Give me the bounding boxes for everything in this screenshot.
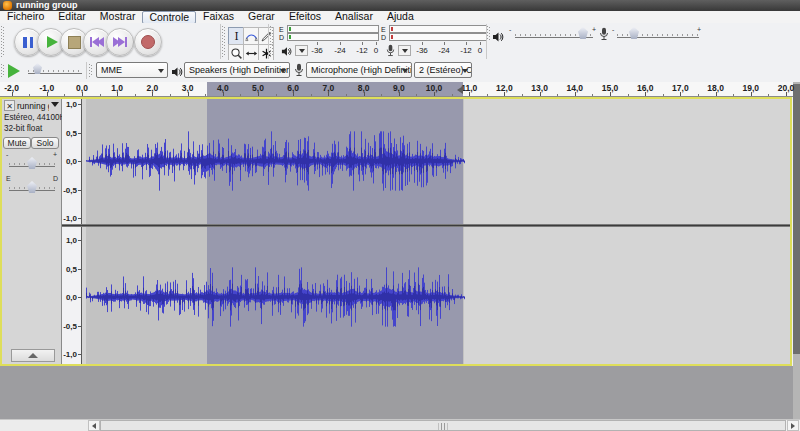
- toolbar-dock: I ED-36-24-120ED-36-24-120 - + - +: [0, 23, 800, 61]
- recording-scale-tick: [480, 42, 481, 45]
- recording-channels-select[interactable]: 2 (Estéreo) Canai: [414, 62, 472, 78]
- horizontal-scrollbar[interactable]: [0, 419, 800, 431]
- menu-item-analisar[interactable]: Analisar: [328, 11, 380, 23]
- playback-meter-zero-mark: [289, 35, 291, 39]
- menu-item-efeitos[interactable]: Efeitos: [282, 11, 328, 23]
- timeline-major-tick: [293, 92, 294, 96]
- scroll-right-arrow[interactable]: [787, 420, 799, 431]
- playback-device-select[interactable]: Speakers (High Definition Audi: [184, 62, 290, 78]
- input-gain-minus: -: [612, 26, 614, 33]
- input-volume-slider[interactable]: [617, 34, 699, 39]
- scroll-left-arrow[interactable]: [88, 420, 100, 431]
- menu-item-controle[interactable]: Controle: [142, 11, 196, 24]
- record-button[interactable]: [134, 28, 162, 56]
- timeline-major-tick: [47, 92, 48, 96]
- recording-meter-channel-label: D: [381, 34, 386, 41]
- recording-meter-dropdown[interactable]: [398, 45, 411, 56]
- audio-track: ✕ running gro Estéreo, 44100Hz 32-bit fl…: [0, 97, 792, 366]
- pan-right-label: D: [53, 175, 58, 182]
- timeline-minor-tick: [557, 94, 558, 96]
- app-icon: [3, 1, 12, 10]
- transport-toolbar-grip[interactable]: [1, 26, 6, 57]
- collapse-track-button[interactable]: [11, 349, 55, 362]
- recording-scale-tick: [466, 42, 467, 45]
- playback-scale-label: 0: [374, 46, 378, 55]
- output-gain-minus: -: [509, 26, 511, 33]
- horizontal-scrollbar-thumb[interactable]: [100, 420, 786, 431]
- record-icon: [141, 35, 155, 49]
- menu-item-gerar[interactable]: Gerar: [241, 11, 282, 23]
- recording-meter-zero-mark: [391, 35, 393, 39]
- play-icon: [47, 36, 58, 48]
- mute-button[interactable]: Mute: [3, 137, 31, 149]
- device-toolbar-grip[interactable]: [89, 64, 94, 77]
- playback-device-value: Speakers (High Definition Audi: [189, 65, 290, 75]
- audio-host-select[interactable]: MME: [96, 62, 168, 78]
- skip-end-icon: [113, 37, 127, 47]
- chevron-down-icon: [280, 69, 286, 73]
- vertical-scale-tick: [78, 354, 81, 355]
- recording-device-value: Microphone (High Definition Au: [311, 65, 412, 75]
- envelope-tool-button[interactable]: [243, 27, 259, 45]
- timeline-major-tick: [434, 92, 435, 96]
- gain-plus-label: +: [53, 151, 57, 158]
- menu-item-mostrar[interactable]: Mostrar: [93, 11, 143, 23]
- vertical-scale-label: 1,0: [66, 100, 77, 109]
- timeline-minor-tick: [205, 94, 206, 96]
- timeline-minor-tick: [276, 94, 277, 96]
- playback-scale-label: -24: [334, 46, 346, 55]
- timeline-minor-tick: [592, 94, 593, 96]
- track-menu-chevron-icon[interactable]: [51, 102, 59, 107]
- playback-scale-label: -12: [356, 46, 368, 55]
- gain-minus-label: -: [6, 151, 8, 158]
- playback-meter-bar: [287, 33, 379, 41]
- playback-meter-dropdown[interactable]: [295, 45, 308, 56]
- device-toolbar: MME Speakers (High Definition Audi Micro…: [0, 60, 800, 83]
- vertical-ruler[interactable]: 1,00,50,0-0,5-1,01,00,50,0-0,5-1,0: [62, 99, 82, 364]
- playback-meter-channel-label: D: [279, 34, 284, 41]
- playback-meter-zero-mark: [289, 27, 291, 31]
- timeline-major-tick: [223, 92, 224, 96]
- recording-meter-channel-label: E: [381, 26, 386, 33]
- menu-item-editar[interactable]: Editar: [51, 11, 92, 23]
- play-at-speed-button[interactable]: [8, 64, 20, 78]
- vertical-scrollbar[interactable]: [793, 82, 800, 419]
- waveform-right-channel[interactable]: [82, 227, 790, 364]
- vertical-scrollbar-thumb[interactable]: [793, 84, 800, 354]
- toolbar-separator: [268, 24, 269, 59]
- forward-button[interactable]: [106, 28, 134, 56]
- meter-toolbar-grip[interactable]: [270, 26, 275, 57]
- track-title[interactable]: running gro: [17, 101, 49, 111]
- track-focus-border-bottom: [0, 364, 792, 366]
- timeline-major-tick: [540, 92, 541, 96]
- tracks-background[interactable]: [0, 366, 800, 419]
- selection-tool-button[interactable]: I: [228, 27, 244, 45]
- timeline-minor-tick: [628, 94, 629, 96]
- timeline-major-tick: [680, 92, 681, 96]
- vertical-scale-tick: [78, 133, 81, 134]
- close-track-button[interactable]: ✕: [4, 100, 15, 111]
- transcription-toolbar-grip[interactable]: [1, 64, 6, 77]
- playback-scale-tick: [340, 42, 341, 45]
- menu-item-faixas[interactable]: Faixas: [196, 11, 241, 23]
- recording-scale-tick: [444, 42, 445, 45]
- track-format-info: Estéreo, 44100Hz: [4, 113, 70, 122]
- menu-item-ficheiro[interactable]: Ficheiro: [0, 11, 51, 23]
- vertical-scale-tick: [78, 104, 81, 105]
- vertical-scale-label: 0,5: [66, 128, 77, 137]
- recording-device-select[interactable]: Microphone (High Definition Au: [306, 62, 412, 78]
- solo-button[interactable]: Solo: [31, 137, 59, 149]
- tools-toolbar-grip[interactable]: [222, 26, 227, 57]
- timeline-minor-tick: [311, 94, 312, 96]
- waveform-left-channel[interactable]: [82, 99, 790, 224]
- scrollbar-grip-icon: [439, 423, 448, 430]
- microphone-icon: [293, 63, 305, 77]
- menu-item-ajuda[interactable]: Ajuda: [380, 11, 421, 23]
- pan-left-label: E: [6, 175, 11, 182]
- timeline-major-tick: [399, 92, 400, 96]
- playback-scale-label: -36: [311, 46, 323, 55]
- timeline-major-tick: [751, 92, 752, 96]
- timeline-ruler[interactable]: -2,0-1,00,01,02,03,04,05,06,07,08,09,010…: [0, 82, 800, 97]
- recording-meter-zero-mark: [391, 27, 393, 31]
- toolbar-separator: [220, 24, 221, 59]
